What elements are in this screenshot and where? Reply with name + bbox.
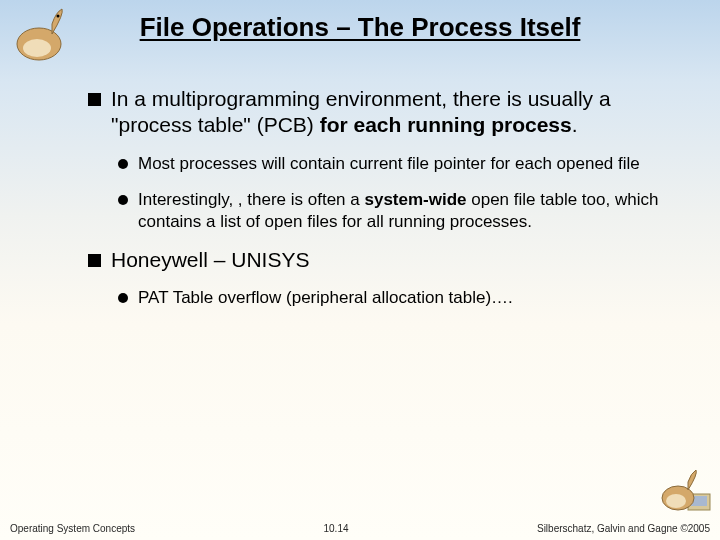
- text: Interestingly, , there is often a: [138, 190, 364, 209]
- bullet-1b-text: Interestingly, , there is often a system…: [138, 189, 680, 233]
- bullet-2: Honeywell – UNISYS: [88, 247, 680, 273]
- svg-point-2: [57, 15, 60, 18]
- bullet-2a: PAT Table overflow (peripheral allocatio…: [118, 287, 680, 309]
- footer-left: Operating System Concepts: [10, 523, 135, 534]
- bullet-1-text: In a multiprogramming environment, there…: [111, 86, 680, 139]
- dot-bullet-icon: [118, 195, 128, 205]
- svg-point-1: [23, 39, 51, 57]
- footer-right: Silberschatz, Galvin and Gagne ©2005: [537, 523, 710, 534]
- footer: Operating System Concepts 10.14 Silbersc…: [0, 523, 720, 534]
- bullet-2-text: Honeywell – UNISYS: [111, 247, 309, 273]
- bullet-1a: Most processes will contain current file…: [118, 153, 680, 175]
- bullet-2a-text: PAT Table overflow (peripheral allocatio…: [138, 287, 513, 309]
- slide-title: File Operations – The Process Itself: [0, 0, 720, 43]
- dot-bullet-icon: [118, 159, 128, 169]
- dinosaur-icon-top: [4, 4, 74, 64]
- square-bullet-icon: [88, 93, 101, 106]
- bullet-1a-text: Most processes will contain current file…: [138, 153, 640, 175]
- text-bold: system-wide: [364, 190, 466, 209]
- text: .: [572, 113, 578, 136]
- svg-point-6: [666, 494, 686, 508]
- footer-center: 10.14: [324, 523, 349, 534]
- square-bullet-icon: [88, 254, 101, 267]
- dot-bullet-icon: [118, 293, 128, 303]
- text-bold: for each running process: [320, 113, 572, 136]
- bullet-1b: Interestingly, , there is often a system…: [118, 189, 680, 233]
- dinosaur-icon-bottom: [656, 466, 716, 516]
- bullet-1: In a multiprogramming environment, there…: [88, 86, 680, 139]
- slide-content: In a multiprogramming environment, there…: [88, 86, 680, 323]
